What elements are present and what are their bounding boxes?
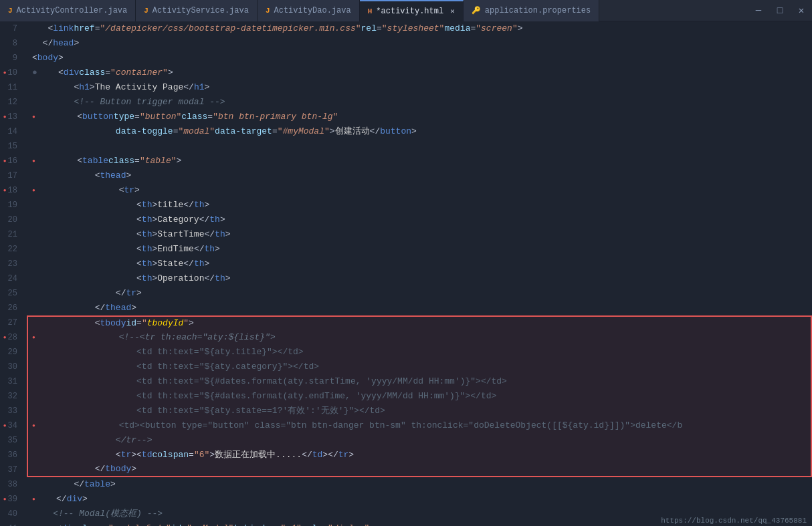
line-num-31: 31: [0, 374, 21, 389]
line-num-23: 23: [0, 257, 21, 271]
tab-bar: J ActivityController.java J ActivityServ…: [0, 0, 812, 21]
status-bar: https://blog.csdn.net/qq_43765881: [655, 515, 812, 526]
line-num-28: 28: [0, 330, 21, 345]
line-num-16: 16: [0, 154, 21, 168]
code-content[interactable]: <link href="/datepicker/css/bootstrap-da…: [27, 21, 812, 526]
code-line-13: ● <button type="button" class="btn btn-p…: [27, 110, 812, 124]
close-icon[interactable]: ✕: [450, 7, 455, 15]
line-num-36: 36: [0, 448, 21, 463]
code-line-9: <body>: [27, 51, 812, 65]
line-num-20: 20: [0, 213, 21, 227]
code-line-12: <!-- Button trigger modal -->: [27, 95, 812, 110]
tab-activity-dao[interactable]: J ActivityDao.java: [258, 0, 360, 21]
maximize-button[interactable]: □: [769, 0, 791, 21]
props-icon: 🔑: [472, 6, 481, 15]
line-num-24: 24: [0, 271, 21, 286]
line-num-33: 33: [0, 404, 21, 418]
code-line-26: </thead>: [27, 301, 812, 315]
code-line-19: <th>title</th>: [27, 198, 812, 213]
tab-label: *activity.html: [376, 7, 443, 16]
line-num-9: 9: [0, 51, 21, 65]
code-line-22: <th>EndTime</th>: [27, 242, 812, 257]
code-line-27: <tbody id="tbodyId">: [27, 315, 812, 330]
code-line-25: </tr>: [27, 286, 812, 301]
line-num-38: 38: [0, 477, 21, 492]
line-num-19: 19: [0, 198, 21, 213]
tab-activity-controller[interactable]: J ActivityController.java: [0, 0, 136, 21]
java-icon: J: [144, 7, 148, 15]
window-controls: ─ □ ✕: [748, 0, 812, 21]
code-line-8: </head>: [27, 36, 812, 51]
code-line-20: <th>Category</th>: [27, 213, 812, 227]
tab-activity-service[interactable]: J ActivityService.java: [136, 0, 258, 21]
code-line-33: <td th:text="${aty.state==1?'有效':'无效'}">…: [27, 404, 812, 418]
editor: 7 8 9 10 11 12 13 14 15 16 17 18 19 20 2…: [0, 21, 812, 526]
code-line-31: <td th:text="${#dates.format(aty.startTi…: [27, 374, 812, 389]
code-line-34: ● <td><button type="button" class="btn b…: [27, 418, 812, 433]
line-num-26: 26: [0, 301, 21, 315]
code-line-21: <th>StartTime</th>: [27, 227, 812, 242]
close-window-button[interactable]: ✕: [791, 0, 812, 21]
line-num-10: 10: [0, 65, 21, 80]
code-line-35: </tr-->: [27, 433, 812, 448]
line-num-29: 29: [0, 345, 21, 360]
code-line-10: ● <div class="container">: [27, 65, 812, 80]
line-num-39: 39: [0, 492, 21, 507]
line-num-14: 14: [0, 124, 21, 139]
line-num-17: 17: [0, 168, 21, 183]
line-num-35: 35: [0, 433, 21, 448]
status-url: https://blog.csdn.net/qq_43765881: [661, 517, 807, 525]
code-line-17: <thead>: [27, 168, 812, 183]
line-num-32: 32: [0, 389, 21, 404]
tab-label: ActivityController.java: [17, 6, 128, 15]
line-num-30: 30: [0, 360, 21, 374]
line-num-21: 21: [0, 227, 21, 242]
code-line-32: <td th:text="${#dates.format(aty.endTime…: [27, 389, 812, 404]
code-line-30: <td th:text="${aty.category}"></td>: [27, 360, 812, 374]
code-line-38: </table>: [27, 477, 812, 492]
java-icon: J: [266, 7, 270, 15]
code-line-18: ● <tr>: [27, 183, 812, 198]
line-num-27: 27: [0, 315, 21, 330]
line-num-40: 40: [0, 507, 21, 521]
tab-activity-html[interactable]: H *activity.html ✕: [360, 0, 464, 21]
line-num-7: 7: [0, 21, 21, 36]
line-num-13: 13: [0, 110, 21, 124]
line-num-18: 18: [0, 183, 21, 198]
line-num-11: 11: [0, 80, 21, 95]
code-line-36: <tr><td colspan="6">数据正在加载中.....</td></t…: [27, 448, 812, 463]
tab-label: ActivityDao.java: [274, 6, 351, 15]
line-num-12: 12: [0, 95, 21, 110]
minimize-button[interactable]: ─: [748, 0, 769, 21]
code-line-7: <link href="/datepicker/css/bootstrap-da…: [27, 21, 812, 36]
tab-label: ActivityService.java: [153, 6, 249, 15]
line-numbers: 7 8 9 10 11 12 13 14 15 16 17 18 19 20 2…: [0, 21, 27, 526]
line-num-25: 25: [0, 286, 21, 301]
html-icon: H: [368, 7, 373, 15]
line-num-37: 37: [0, 463, 21, 477]
code-line-39: ● </div>: [27, 492, 812, 507]
code-line-28: ● <!--<tr th:each="aty:${list}">: [27, 330, 812, 345]
line-num-22: 22: [0, 242, 21, 257]
line-num-8: 8: [0, 36, 21, 51]
java-icon: J: [8, 7, 13, 15]
line-num-41: 41: [0, 521, 21, 526]
line-num-34: 34: [0, 418, 21, 433]
code-line-37: </tbody>: [27, 463, 812, 477]
code-line-23: <th>State</th>: [27, 257, 812, 271]
code-line-29: <td th:text="${aty.title}"></td>: [27, 345, 812, 360]
tab-label: application.properties: [485, 6, 591, 15]
tab-application-properties[interactable]: 🔑 application.properties: [464, 0, 599, 21]
code-line-14: data-toggle="modal" data-target="#myModa…: [27, 124, 812, 139]
line-num-15: 15: [0, 139, 21, 154]
code-line-15: [27, 139, 812, 154]
code-line-24: <th>Operation</th>: [27, 271, 812, 286]
code-line-16: ● <table class="table">: [27, 154, 812, 168]
code-line-11: <h1>The Activity Page</h1>: [27, 80, 812, 95]
